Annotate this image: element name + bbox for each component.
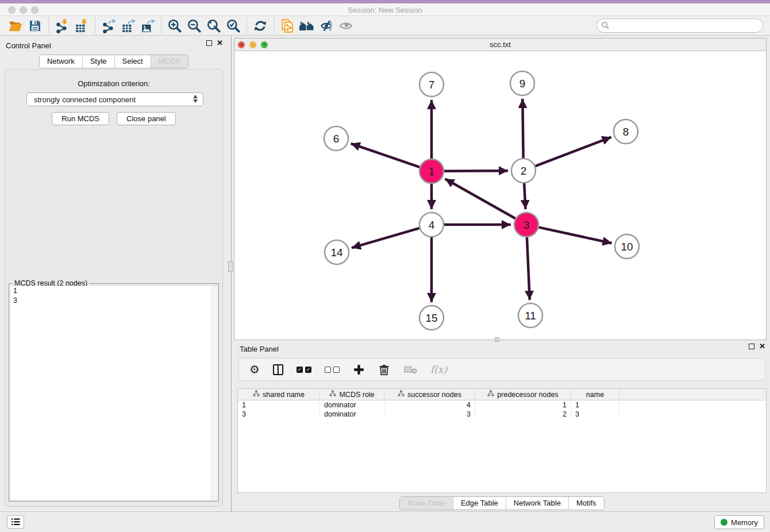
zoom-out-icon[interactable] xyxy=(184,17,204,34)
table-row[interactable]: 3dominator323 xyxy=(238,410,766,419)
graph-node-label: 15 xyxy=(425,312,437,324)
network-canvas[interactable]: 1234678910111415 xyxy=(234,51,766,340)
tab-select[interactable]: Select xyxy=(114,55,151,68)
run-mcds-button[interactable]: Run MCDS xyxy=(52,112,109,125)
result-line: 1 xyxy=(10,286,217,296)
hide-graphics-details-icon[interactable] xyxy=(317,17,336,34)
tab-network-table[interactable]: Network Table xyxy=(506,497,568,510)
mcds-result-text[interactable]: 13 xyxy=(10,286,217,500)
duplicate-network-icon[interactable] xyxy=(278,17,297,34)
close-panel-button[interactable]: Close panel xyxy=(117,112,176,125)
table-cell[interactable]: dominator xyxy=(320,400,384,410)
table-cell[interactable]: 1 xyxy=(571,400,619,410)
select-all-icon[interactable]: ✓✓ xyxy=(297,361,311,377)
graph-node-label: 10 xyxy=(621,241,633,253)
column-label: shared name xyxy=(263,391,305,399)
optimization-criterion-label: Optimization criterion: xyxy=(5,79,222,88)
show-graphics-details-icon[interactable] xyxy=(336,17,356,34)
zoom-in-icon[interactable] xyxy=(165,17,184,34)
memory-button[interactable]: Memory xyxy=(714,515,764,529)
tab-motifs[interactable]: Motifs xyxy=(568,497,604,510)
graph-node-label: 11 xyxy=(525,310,536,322)
column-header-MCDS-role[interactable]: MCDS role xyxy=(320,389,384,400)
column-label: MCDS role xyxy=(339,391,374,399)
graph-edge-2-3[interactable] xyxy=(524,183,525,209)
titlebar: Session: New Session xyxy=(0,3,770,16)
panel-divider-handle[interactable] xyxy=(228,261,233,272)
table-cell[interactable]: 4 xyxy=(384,400,475,410)
column-header-predecessor-nodes[interactable]: predecessor nodes xyxy=(475,389,571,400)
list-icon xyxy=(11,518,21,526)
tab-style[interactable]: Style xyxy=(82,55,114,68)
column-header-shared-name[interactable]: shared name xyxy=(238,389,320,400)
refresh-icon[interactable] xyxy=(251,17,270,34)
graph-node-label: 1 xyxy=(429,165,435,178)
graph-node-label: 7 xyxy=(429,79,435,91)
control-panel: Control Panel ✕ NetworkStyleSelectMCDS O… xyxy=(0,36,228,511)
tab-network[interactable]: Network xyxy=(40,55,82,68)
zoom-selected-icon[interactable] xyxy=(224,17,243,34)
table-cell[interactable]: 2 xyxy=(475,410,571,419)
toolbar-separator xyxy=(95,18,95,34)
float-table-panel-icon[interactable] xyxy=(749,344,754,349)
graph-edge-4-14[interactable] xyxy=(352,228,419,248)
float-panel-icon[interactable] xyxy=(206,40,212,46)
graph-edge-3-1[interactable] xyxy=(445,179,515,218)
column-header-name[interactable]: name xyxy=(571,389,619,400)
graph-node-label: 8 xyxy=(623,126,629,138)
task-history-button[interactable] xyxy=(7,515,24,529)
graph-node-label: 2 xyxy=(521,165,527,177)
column-label: successor nodes xyxy=(407,391,461,399)
table-cell[interactable]: 3 xyxy=(384,410,475,419)
open-session-icon[interactable] xyxy=(6,17,25,34)
column-header-successor-nodes[interactable]: successor nodes xyxy=(384,389,475,400)
table-cell[interactable]: dominator xyxy=(320,410,384,419)
table-row[interactable]: 1dominator411 xyxy=(238,400,766,410)
export-network-icon[interactable] xyxy=(99,17,118,34)
status-bar: Memory xyxy=(0,511,770,532)
table-cell[interactable]: 3 xyxy=(571,410,619,419)
table-cell[interactable]: 1 xyxy=(238,400,320,410)
memory-label: Memory xyxy=(731,518,758,527)
mcds-panel: Optimization criterion: strongly connect… xyxy=(5,69,223,507)
close-panel-icon[interactable]: ✕ xyxy=(217,40,223,46)
export-table-icon[interactable] xyxy=(118,17,138,34)
search-box[interactable] xyxy=(596,18,763,33)
add-row-icon[interactable] xyxy=(353,361,365,377)
tab-mcds[interactable]: MCDS xyxy=(151,55,188,68)
zoom-fit-icon[interactable] xyxy=(204,17,224,34)
network-graph[interactable]: 1234678910111415 xyxy=(234,51,766,340)
save-session-icon[interactable] xyxy=(25,17,45,34)
panel-divider[interactable] xyxy=(231,36,232,511)
tab-node-table[interactable]: Node Table xyxy=(400,497,453,510)
search-input[interactable] xyxy=(610,20,763,32)
export-image-icon[interactable] xyxy=(138,17,157,34)
cybrowser-home-icon[interactable] xyxy=(297,17,317,34)
deselect-all-icon[interactable] xyxy=(325,361,340,377)
function-builder-icon[interactable]: f(x) xyxy=(430,361,447,377)
graph-edge-1-6[interactable] xyxy=(351,144,420,167)
delete-row-icon[interactable] xyxy=(378,361,390,377)
table-cell[interactable]: 3 xyxy=(238,410,320,419)
result-scrollbar[interactable] xyxy=(211,286,217,500)
criterion-dropdown[interactable]: strongly connected component xyxy=(26,92,203,106)
clear-table-icon[interactable] xyxy=(403,361,417,377)
main-toolbar xyxy=(0,16,770,36)
close-table-panel-icon[interactable]: ✕ xyxy=(759,344,765,349)
toolbar-separator xyxy=(247,18,247,34)
graph-edge-2-8[interactable] xyxy=(536,137,611,167)
import-table-icon[interactable] xyxy=(72,17,91,34)
horizontal-divider-handle[interactable] xyxy=(495,337,499,342)
import-network-icon[interactable] xyxy=(52,17,72,34)
table-body: 1dominator4113dominator323 xyxy=(238,400,766,419)
graph-edge-2-9[interactable] xyxy=(522,99,523,158)
graph-edge-3-11[interactable] xyxy=(527,237,530,300)
tab-edge-table[interactable]: Edge Table xyxy=(453,497,506,510)
network-window-titlebar[interactable]: ✕ − + scc.txt xyxy=(234,38,766,51)
graph-edge-3-10[interactable] xyxy=(538,228,611,244)
toggle-column-icon[interactable] xyxy=(273,361,283,377)
graph-edge-1-2[interactable] xyxy=(444,171,508,171)
settings-gear-icon[interactable]: ⚙ xyxy=(249,361,260,377)
tree-hierarchy-icon xyxy=(398,390,405,399)
table-cell[interactable]: 1 xyxy=(475,400,571,410)
